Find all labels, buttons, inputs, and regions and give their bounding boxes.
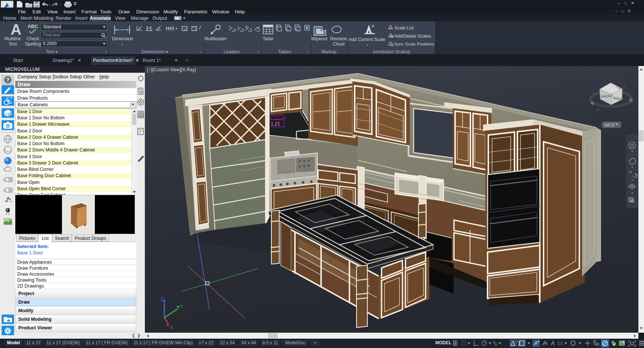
svg-text:X: X xyxy=(170,325,173,330)
svg-text:1.21: 1.21 xyxy=(271,121,280,126)
svg-text:A: A xyxy=(102,34,104,37)
svg-text:8: 8 xyxy=(258,26,259,29)
svg-text:8: 8 xyxy=(276,25,278,28)
svg-text:Z: Z xyxy=(161,296,164,302)
svg-text:?: ? xyxy=(6,77,10,83)
svg-text:N: N xyxy=(623,84,626,88)
svg-text:[−][Custom View][X-Ray]: [−][Custom View][X-Ray] xyxy=(147,67,196,72)
svg-text:1:1: 1:1 xyxy=(557,341,563,345)
svg-text:Y: Y xyxy=(180,304,183,309)
svg-text:W: W xyxy=(596,108,600,112)
svg-text:WCS: WCS xyxy=(604,123,615,127)
